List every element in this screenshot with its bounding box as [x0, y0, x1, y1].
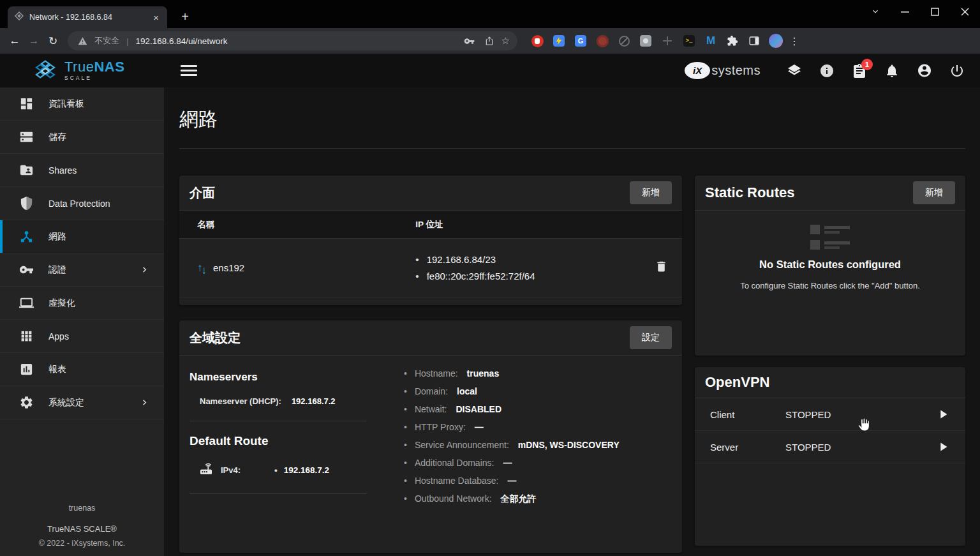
- chevron-right-icon: [139, 264, 150, 275]
- account-icon[interactable]: [917, 63, 932, 79]
- ixsystems-logo[interactable]: iX systems: [685, 62, 761, 79]
- sidebar-item-label: 認證: [48, 264, 66, 276]
- red-dot-extension-icon[interactable]: [595, 33, 610, 49]
- sidebar: 資訊看板 儲存 Shares Data Protection 網路: [0, 87, 164, 556]
- browser-toolbar: ← → ↻ 不安全 | 192.168.6.84/ui/network ☆ G: [0, 28, 980, 54]
- sidebar-item-data-protection[interactable]: Data Protection: [0, 187, 164, 220]
- sidebar-item-system-settings[interactable]: 系統設定: [0, 386, 164, 419]
- openvpn-client-row[interactable]: Client STOPPED: [695, 398, 965, 431]
- share-icon[interactable]: [482, 36, 497, 46]
- window-controls: [860, 0, 980, 23]
- truecommand-icon[interactable]: [787, 63, 802, 79]
- jobs-icon[interactable]: 1: [852, 63, 867, 79]
- close-window-button[interactable]: [950, 0, 980, 23]
- detail-item: Hostname:truenas: [404, 368, 672, 379]
- section-divider: [189, 493, 367, 494]
- capture-extension-icon[interactable]: [638, 33, 653, 49]
- bookmark-star-icon[interactable]: ☆: [501, 35, 510, 47]
- address-separator: |: [124, 36, 131, 46]
- interface-ip-list: 192.168.6.84/23 fe80::20c:29ff:fe52:72f/…: [415, 252, 655, 285]
- sidebar-footer: truenas TrueNAS SCALE® © 2022 - iXsystem…: [0, 504, 164, 556]
- bar-chart-icon: [19, 362, 34, 377]
- sidebar-item-credentials[interactable]: 認證: [0, 253, 164, 287]
- address-bar[interactable]: 不安全 | 192.168.6.84/ui/network ☆: [68, 31, 517, 50]
- extensions-puzzle-icon[interactable]: [725, 33, 740, 49]
- interfaces-card: 介面 新增 名稱 IP 位址 ↑↓ ens192: [179, 176, 682, 305]
- interfaces-add-button[interactable]: 新增: [630, 181, 672, 204]
- static-routes-add-button[interactable]: 新增: [913, 181, 955, 204]
- forward-button[interactable]: →: [24, 31, 43, 50]
- openvpn-card: OpenVPN Client STOPPED S: [695, 367, 965, 546]
- nameservers-heading: Nameservers: [189, 371, 367, 384]
- adblock-extension-icon[interactable]: [530, 33, 545, 49]
- sidebar-item-label: 網路: [48, 231, 66, 243]
- nameserver-value: 192.168.7.2: [292, 396, 336, 406]
- reload-button[interactable]: ↻: [43, 31, 63, 50]
- sidebar-item-label: Shares: [48, 165, 77, 176]
- minimize-button[interactable]: [890, 0, 920, 23]
- sidebar-item-apps[interactable]: Apps: [0, 320, 164, 353]
- hostname-text: truenas: [0, 504, 164, 513]
- terminal-extension-icon[interactable]: >_: [681, 33, 697, 49]
- left-column: 介面 新增 名稱 IP 位址 ↑↓ ens192: [179, 176, 682, 553]
- sidebar-item-virtualization[interactable]: 虛擬化: [0, 287, 164, 320]
- global-config-title: 全域設定: [189, 329, 241, 347]
- title-divider: [179, 148, 965, 149]
- browser-menu-icon[interactable]: ⋮: [789, 35, 799, 47]
- key-icon: [19, 262, 34, 278]
- globe-disabled-extension-icon[interactable]: [616, 33, 632, 49]
- sidebar-item-dashboard[interactable]: 資訊看板: [0, 87, 164, 121]
- browser-tab[interactable]: Network - 192.168.6.84 ×: [8, 6, 167, 28]
- folder-shared-icon: [19, 163, 34, 178]
- info-icon[interactable]: [819, 63, 835, 79]
- openvpn-service-status: STOPPED: [785, 409, 831, 420]
- password-key-icon[interactable]: [461, 36, 477, 47]
- column-name: 名稱: [179, 219, 415, 230]
- global-config-details: Hostname:truenas Domain:local Netwait:DI…: [367, 367, 672, 513]
- tab-title: Network - 192.168.6.84: [29, 13, 146, 22]
- empty-title: No Static Routes configured: [759, 259, 901, 271]
- global-config-card: 全域設定 設定 Nameservers Nameserver (DHCP): 1…: [179, 320, 682, 553]
- global-config-settings-button[interactable]: 設定: [630, 326, 672, 349]
- openvpn-server-row[interactable]: Server STOPPED: [695, 431, 965, 463]
- sidebar-item-storage[interactable]: 儲存: [0, 121, 164, 154]
- warning-icon[interactable]: [75, 36, 90, 46]
- empty-list-icon: [810, 225, 850, 250]
- translate-extension-icon[interactable]: G: [573, 33, 588, 49]
- lightning-extension-icon[interactable]: [551, 33, 567, 49]
- screen: Network - 192.168.6.84 × + ← → ↻: [0, 0, 980, 556]
- detail-item: Domain:local: [404, 386, 672, 396]
- dim-cross-extension-icon[interactable]: [660, 33, 675, 49]
- maximize-button[interactable]: [920, 0, 950, 23]
- side-panel-icon[interactable]: [746, 33, 762, 49]
- sidebar-item-reporting[interactable]: 報表: [0, 353, 164, 386]
- truenas-logo[interactable]: TrueNAS SCALE: [0, 60, 164, 81]
- back-button[interactable]: ←: [5, 31, 24, 50]
- apps-grid-icon: [19, 329, 34, 344]
- power-icon[interactable]: [949, 63, 965, 79]
- malwarebytes-extension-icon[interactable]: M: [703, 33, 718, 49]
- ix-mark: iX: [685, 62, 710, 79]
- tab-close-icon[interactable]: ×: [151, 12, 161, 23]
- profile-avatar[interactable]: [768, 33, 783, 49]
- delete-interface-icon[interactable]: [655, 260, 668, 276]
- tab-search-icon[interactable]: [860, 0, 890, 23]
- sidebar-toggle-icon[interactable]: [181, 65, 197, 76]
- new-tab-button[interactable]: +: [176, 8, 194, 26]
- ipv4-value: 192.168.7.2: [274, 465, 329, 475]
- notifications-icon[interactable]: [884, 63, 900, 79]
- global-config-left: Nameservers Nameserver (DHCP): 192.168.7…: [189, 367, 367, 513]
- gear-icon: [19, 395, 34, 410]
- sidebar-item-label: 系統設定: [48, 397, 84, 409]
- static-routes-title: Static Routes: [705, 184, 795, 201]
- interface-row-ens192[interactable]: ↑↓ ens192 192.168.6.84/23 fe80::20c:29ff…: [179, 239, 682, 297]
- detail-item: Outbound Network:全部允許: [404, 493, 672, 505]
- header-actions: iX systems 1: [685, 62, 980, 79]
- section-divider: [189, 421, 367, 421]
- start-service-icon[interactable]: [936, 440, 950, 454]
- start-service-icon[interactable]: [936, 407, 950, 421]
- sidebar-item-shares[interactable]: Shares: [0, 154, 164, 187]
- extensions-row: G >_ M ⋮: [526, 33, 803, 49]
- sidebar-item-network[interactable]: 網路: [0, 220, 164, 253]
- interface-ip: 192.168.6.84/23: [415, 252, 655, 268]
